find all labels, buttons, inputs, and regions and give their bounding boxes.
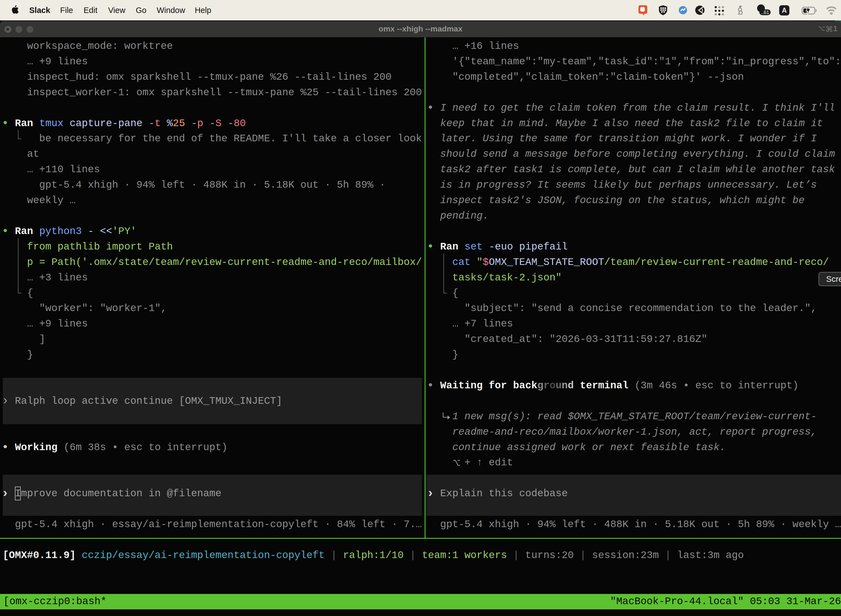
svg-text:..61: ..61 <box>761 10 769 15</box>
